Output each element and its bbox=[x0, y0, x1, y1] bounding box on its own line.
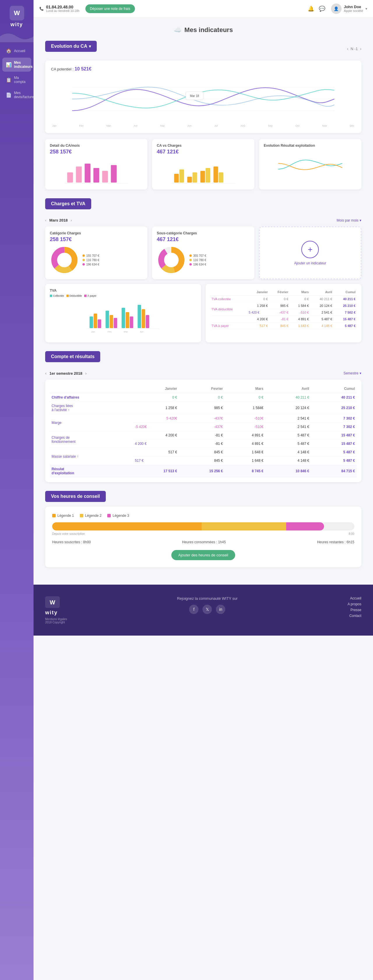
charges-tva-header[interactable]: Charges et TVA bbox=[45, 198, 91, 209]
sidebar-item-compta[interactable]: 📋 Ma compta bbox=[2, 73, 31, 87]
linkedin-icon[interactable]: in bbox=[216, 605, 225, 614]
tva-row: TVA Collectée Déductible À payer bbox=[45, 284, 361, 342]
col-cumul: Cumul bbox=[311, 384, 357, 393]
chevron-right-icon[interactable]: › bbox=[85, 371, 86, 375]
compte-controls: ‹ 1er semestre 2018 › Semestre ▾ bbox=[45, 371, 361, 375]
svg-text:Jan: Jan bbox=[91, 331, 95, 333]
tva-bar-chart: Jan Fév Mar Avr bbox=[50, 299, 196, 337]
col-mars: Mars bbox=[225, 384, 265, 393]
col-janvier: Janvier bbox=[133, 384, 179, 393]
add-indicator-label: Ajouter un indicateur bbox=[294, 261, 326, 265]
svg-rect-14 bbox=[174, 174, 179, 183]
categorie-charges-card: Catégorie Charges 258 157€ 155 7 bbox=[45, 226, 147, 279]
col-label bbox=[50, 384, 133, 393]
svg-rect-31 bbox=[89, 317, 93, 328]
sidebar-item-accueil[interactable]: 🏠 Accueil bbox=[2, 45, 31, 56]
compte-resultats-header[interactable]: Compte et résultats bbox=[45, 351, 100, 362]
svg-text:Avr: Avr bbox=[140, 331, 143, 333]
table-row: Chiffre d'affaires 0 € 0 € 0 € 40 211 € … bbox=[50, 393, 357, 402]
tva-col-avril: Avril bbox=[310, 288, 333, 296]
footer-link-contact[interactable]: Contact bbox=[347, 614, 361, 618]
conseil-stats: Heures souscrites : 8h00 Heures consommé… bbox=[52, 540, 354, 544]
categorie-charges-title: Catégorie Charges bbox=[50, 231, 143, 235]
chevron-right-icon[interactable]: › bbox=[360, 46, 361, 51]
row-chiffre-affaires: Chiffre d'affaires bbox=[50, 393, 133, 402]
chevron-left-icon[interactable]: ‹ bbox=[347, 46, 348, 51]
footer: W wity Mentions légales2018 Copyright Re… bbox=[33, 585, 373, 636]
detail-ca-card: Detail du CA/mois 258 157€ bbox=[45, 139, 147, 189]
phone-number: 01.84.20.48.00 bbox=[46, 5, 80, 9]
chat-icon[interactable]: 💬 bbox=[319, 6, 325, 12]
tva-col-fevrier: Février bbox=[269, 288, 289, 296]
footer-social-links: f 𝕏 in bbox=[177, 605, 238, 614]
sidebar-item-indicateurs[interactable]: 📊 Mes indicateurs bbox=[2, 58, 31, 72]
sidebar-item-label: Mes devis/factures bbox=[14, 91, 35, 99]
tva-chart-card: TVA Collectée Déductible À payer bbox=[45, 284, 201, 342]
legend-color-1 bbox=[52, 514, 56, 517]
charges-cards-row: Catégorie Charges 258 157€ 155 7 bbox=[45, 226, 361, 279]
charges-controls: ‹ Mars 2018 › Mois par mois ▾ bbox=[45, 218, 361, 223]
section-header-row: Evolution du CA ▾ ‹ N -1 › bbox=[45, 41, 361, 56]
svg-rect-39 bbox=[130, 317, 133, 328]
table-row: Marge 5 420€ -437€ -510€ 2 541 € 7 302 € bbox=[50, 414, 357, 423]
mois-par-mois-button[interactable]: Mois par mois ▾ bbox=[336, 218, 361, 223]
chevron-down-icon: ▾ bbox=[89, 44, 91, 49]
footer-link-accueil[interactable]: Accueil bbox=[347, 596, 361, 600]
svg-text:W: W bbox=[50, 599, 55, 606]
chevron-left-icon[interactable]: ‹ bbox=[45, 371, 46, 375]
evolution-resultat-chart bbox=[264, 152, 357, 178]
evolution-ca-header[interactable]: Evolution du CA ▾ bbox=[45, 41, 97, 52]
wity-logo-icon: W bbox=[10, 6, 24, 21]
row-resultat: Résulatd'exploitation bbox=[50, 465, 133, 477]
progress-labels: Depuis votre souscription 8:00 bbox=[52, 532, 354, 535]
sidebar-item-label: Accueil bbox=[14, 49, 26, 53]
user-menu[interactable]: 👤 John Doe Apple société ▾ bbox=[331, 3, 367, 14]
detail-ca-title: Detail du CA/mois bbox=[50, 143, 143, 148]
sidebar-item-label: Mes indicateurs bbox=[14, 60, 33, 69]
compte-header-row: Compte et résultats bbox=[45, 351, 361, 367]
legend-item: 116 780 € bbox=[190, 259, 206, 262]
progress-fill bbox=[52, 522, 324, 530]
legend-dot bbox=[190, 255, 192, 257]
table-row: 4 200 € -81 € 4 891 € 5 487 € 15 487 € bbox=[210, 316, 357, 323]
chevron-down-icon: ▾ bbox=[360, 371, 361, 375]
sidebar-item-devis[interactable]: 📄 Mes devis/factures bbox=[2, 88, 31, 102]
footer-logo-text: wity bbox=[45, 610, 67, 616]
year-navigation[interactable]: ‹ N -1 › bbox=[347, 46, 361, 51]
row-marge: Marge bbox=[50, 414, 133, 431]
month-navigation: ‹ Mars 2018 › bbox=[45, 218, 72, 223]
legend-item-2: Légende 2 bbox=[80, 514, 102, 518]
categorie-donut-chart bbox=[50, 245, 79, 275]
svg-text:Mar 18: Mar 18 bbox=[190, 94, 199, 97]
phone-info: 📞 01.84.20.48.00 Lundi au Vendredi 10-18… bbox=[39, 5, 80, 13]
svg-rect-36 bbox=[114, 318, 117, 328]
sidebar-logo-text: wity bbox=[11, 22, 23, 28]
svg-rect-15 bbox=[180, 169, 184, 183]
semestre-button[interactable]: Semestre ▾ bbox=[344, 371, 361, 375]
legend-item: 155 707 € bbox=[83, 254, 99, 258]
footer-link-apropos[interactable]: A propos bbox=[347, 602, 361, 606]
conseil-header[interactable]: Vos heures de conseil bbox=[45, 491, 106, 502]
add-indicator-button[interactable]: + bbox=[301, 241, 319, 258]
table-row: Résulatd'exploitation 17 513 € 15 256 € … bbox=[50, 465, 357, 477]
cloud-icon: ☁️ bbox=[174, 26, 182, 34]
svg-rect-16 bbox=[187, 177, 192, 183]
footer-link-presse[interactable]: Presse bbox=[347, 608, 361, 612]
conseil-section: Vos heures de conseil Légende 1 Légende … bbox=[45, 491, 361, 567]
chevron-left-icon[interactable]: ‹ bbox=[45, 218, 46, 223]
facebook-icon[interactable]: f bbox=[189, 605, 198, 614]
svg-rect-35 bbox=[110, 315, 113, 328]
bell-icon[interactable]: 🔔 bbox=[308, 6, 314, 12]
add-heures-button[interactable]: Ajouter des heures de conseil bbox=[171, 550, 235, 560]
detail-ca-chart bbox=[50, 158, 143, 184]
legend-item-3: Légende 3 bbox=[107, 514, 129, 518]
ca-potentiel-label: CA potentiel : 10 521€ bbox=[51, 66, 355, 72]
progress-seg-1 bbox=[52, 522, 202, 530]
tva-legend: Collectée Déductible À payer bbox=[50, 294, 196, 297]
chart-icon: 📊 bbox=[6, 62, 12, 68]
chevron-right-icon[interactable]: › bbox=[70, 218, 72, 223]
deposit-note-button[interactable]: Déposer une note de frais bbox=[85, 4, 135, 13]
svg-rect-12 bbox=[111, 165, 117, 183]
twitter-icon[interactable]: 𝕏 bbox=[202, 605, 212, 614]
svg-rect-18 bbox=[201, 171, 205, 183]
